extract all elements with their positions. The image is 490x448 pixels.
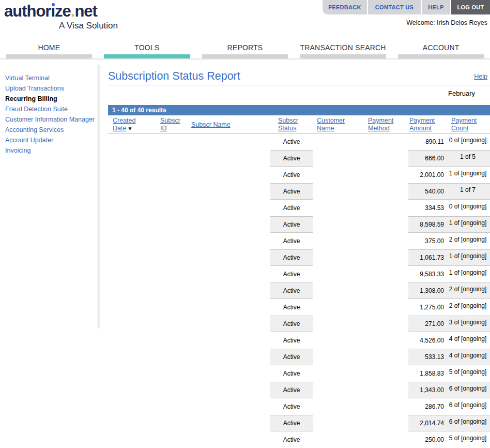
payment-amount-value: 250.00 [408,436,446,443]
payment-amount-value: 271.00 [408,320,446,327]
payment-count-value: 6 of [ongoing] [446,401,490,412]
column-header-customer-name[interactable]: Customer Name [317,117,351,132]
payment-cell: 8,598.59 1 of [ongoing] [408,216,490,233]
subscr-status-cell: Active [270,398,313,415]
column-header-subscr-id[interactable]: Subscr ID [160,117,185,132]
payment-count-value: 0 of [ongoing] [446,137,490,147]
table-row: Active 334.53 0 of [ongoing] [108,200,490,216]
tab-home-underline [6,54,92,58]
payment-cell: 375.00 2 of [ongoing] [408,233,490,249]
payment-amount-value: 1,343.00 [408,386,446,394]
subscr-status-cell: Active [270,133,313,150]
sidebar-divider [98,65,101,328]
payment-count-value: 1 of 7 [446,186,490,197]
sidebar-item-customer-information-manager[interactable]: Customer Information Manager [5,114,98,125]
table-header-row: Created Date▼ Subscr ID Subscr Name Subs… [108,115,490,133]
column-header-created-date[interactable]: Created Date▼ [113,117,143,132]
title-divider [108,85,490,85]
subscr-status-cell: Active [270,332,313,349]
payment-count-value: 2 of [ongoing] [446,286,490,296]
subscr-status-cell: Active [270,431,313,448]
column-header-payment-count[interactable]: Payment Count [451,117,481,132]
subscr-status-cell: Active [270,150,313,167]
column-header-payment-amount[interactable]: Payment Amount [409,117,439,132]
sidebar-item-fraud-detection-suite[interactable]: Fraud Detection Suite [5,104,98,114]
table-row: Active 250.00 5 of [ongoing] [108,431,490,448]
subscr-status-cell: Active [270,200,313,216]
page-title: Subscription Status Report [108,70,240,83]
help-link[interactable]: Help [474,73,487,80]
sidebar: Virtual Terminal Upload Transactions Rec… [5,73,98,156]
payment-cell: 1,343.00 6 of [ongoing] [408,382,490,398]
brand-logo: authorıze.net A Visa Solution [4,3,119,31]
sidebar-item-recurring-billing[interactable]: Recurring Billing [5,94,98,104]
payment-amount-value: 1,858.83 [408,370,446,377]
table-row: Active 1,343.00 6 of [ongoing] [108,382,490,398]
payment-cell: 540.00 1 of 7 [408,183,490,200]
payment-cell: 2,014.74 6 of [ongoing] [408,415,490,431]
payment-cell: 1,061.73 1 of [ongoing] [408,249,490,266]
payment-cell: 334.53 0 of [ongoing] [408,200,490,216]
payment-amount-value: 1,308.00 [408,287,446,294]
payment-amount-value: 2,014.74 [408,420,446,427]
results-summary-bar: 1 - 40 of 40 results [108,105,490,115]
payment-count-value: 3 of [ongoing] [446,319,490,329]
subscr-status-cell: Active [270,316,313,332]
payment-cell: 271.00 3 of [ongoing] [408,316,490,332]
table-row: Active 1,061.73 1 of [ongoing] [108,249,490,266]
report-period: February [448,89,475,97]
table-row: Active 375.00 2 of [ongoing] [108,233,490,249]
payment-count-value: 0 of [ongoing] [446,203,490,213]
table-row: Active 1,858.83 5 of [ongoing] [108,365,490,382]
payment-amount-value: 533.13 [408,353,446,361]
payment-cell: 9,583.33 1 of [ongoing] [408,266,490,282]
payment-amount-value: 9,583.33 [408,271,446,278]
column-header-payment-method[interactable]: Payment Method [368,117,398,132]
sidebar-item-virtual-terminal[interactable]: Virtual Terminal [5,73,98,83]
payment-cell: 2,001.00 1 of [ongoing] [408,167,490,183]
subscr-status-cell: Active [270,233,313,249]
sidebar-item-accounting-services[interactable]: Accounting Services [5,125,98,135]
table-row: Active 890.11 0 of [ongoing] [108,133,490,150]
payment-amount-value: 4,526.00 [408,337,446,344]
subscr-status-cell: Active [270,299,313,316]
payment-count-value: 1 of [ongoing] [446,269,490,279]
table-row: Active 271.00 3 of [ongoing] [108,316,490,332]
payment-count-value: 5 of [ongoing] [446,368,490,379]
subscr-status-cell: Active [270,249,313,266]
table-row: Active 8,598.59 1 of [ongoing] [108,216,490,233]
payment-count-value: 1 of [ongoing] [446,219,490,230]
payment-cell: 250.00 5 of [ongoing] [408,431,490,448]
payment-count-value: 1 of [ongoing] [446,252,490,263]
table-row: Active 666.00 1 of 5 [108,150,490,167]
table-row: Active 2,014.74 6 of [ongoing] [108,415,490,431]
payment-cell: 533.13 4 of [ongoing] [408,349,490,365]
logo-i-letter: ı [51,3,55,20]
brand-tagline: A Visa Solution [4,21,119,31]
payment-count-value: 6 of [ongoing] [446,385,490,395]
payment-count-value: 2 of [ongoing] [446,302,490,312]
payment-cell: 890.11 0 of [ongoing] [408,133,490,150]
subscr-status-cell: Active [270,365,313,382]
tab-home[interactable]: HOME [0,43,98,58]
sidebar-item-upload-transactions[interactable]: Upload Transactions [5,83,98,94]
sidebar-item-account-updater[interactable]: Account Updater [5,135,98,145]
payment-amount-value: 8,598.59 [408,221,446,228]
sidebar-item-invoicing[interactable]: Invoicing [5,145,98,156]
payment-amount-value: 890.11 [408,138,446,145]
payment-amount-value: 1,061.73 [408,254,446,261]
table-row: Active 9,583.33 1 of [ongoing] [108,266,490,282]
payment-cell: 666.00 1 of 5 [408,150,490,167]
payment-amount-value: 375.00 [408,237,446,245]
payment-cell: 4,526.00 4 of [ongoing] [408,332,490,349]
column-header-subscr-status[interactable]: Subscr Status [278,117,305,132]
subscr-status-cell: Active [270,167,313,183]
table-row: Active 4,526.00 4 of [ongoing] [108,332,490,349]
column-header-subscr-name[interactable]: Subscr Name [191,121,258,129]
payment-count-value: 2 of [ongoing] [446,236,490,246]
payment-amount-value: 666.00 [408,155,446,162]
table-body: Active 890.11 0 of [ongoing] Active 666.… [108,133,490,448]
subscr-status-cell: Active [270,216,313,233]
logo-wordmark: authorıze.net [4,3,119,20]
subscr-status-cell: Active [270,183,313,200]
